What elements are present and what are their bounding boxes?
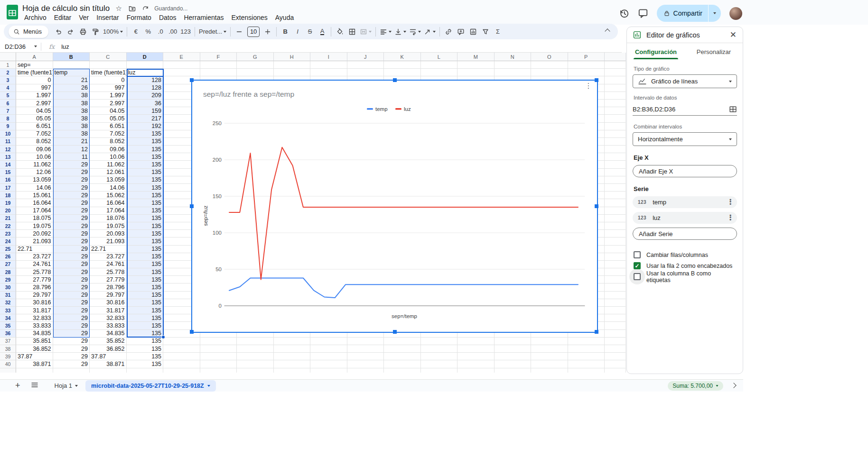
cell-P41[interactable]	[568, 368, 605, 373]
cell-A5[interactable]: 1.997	[16, 92, 53, 100]
fill-color-icon[interactable]	[334, 26, 346, 38]
cell-A30[interactable]: 28.796	[16, 283, 53, 291]
cell-D36[interactable]: 135	[127, 330, 164, 338]
cell-A29[interactable]: 27.779	[16, 276, 53, 283]
row-header-9[interactable]: 9	[0, 123, 16, 130]
sheets-logo-icon[interactable]	[6, 4, 19, 20]
cell-A19[interactable]: 16.064	[16, 199, 53, 207]
cell-B12[interactable]: 12	[53, 146, 90, 153]
cell-C7[interactable]: 04.05	[90, 107, 127, 115]
cell-M38[interactable]	[457, 345, 495, 353]
cell-J40[interactable]	[347, 360, 384, 368]
cell-D24[interactable]: 135	[127, 238, 164, 245]
cell-E37[interactable]	[163, 338, 200, 345]
share-dropdown[interactable]	[708, 5, 721, 22]
cell-P28[interactable]	[605, 268, 626, 276]
cell-P12[interactable]	[605, 146, 626, 153]
cell-P16[interactable]	[605, 176, 626, 184]
cell-P26[interactable]	[605, 253, 626, 261]
cell-P38[interactable]	[568, 345, 605, 353]
cell-P31[interactable]	[605, 292, 626, 299]
insert-comment-icon[interactable]	[455, 26, 467, 38]
row-header-1[interactable]: 1	[0, 61, 16, 69]
cell-E2[interactable]	[163, 69, 200, 76]
cell-A4[interactable]: 997	[16, 84, 53, 92]
cell-D38[interactable]: 135	[127, 345, 164, 353]
menu-editar[interactable]: Editar	[51, 13, 75, 23]
cell-D28[interactable]: 135	[127, 268, 164, 276]
cell-P24[interactable]	[605, 238, 626, 245]
row-header-36[interactable]: 36	[0, 330, 16, 338]
cell-D19[interactable]: 135	[127, 199, 164, 207]
cell-C31[interactable]: 29.797	[90, 292, 127, 299]
cell-I1[interactable]	[310, 61, 347, 69]
cell-C19[interactable]: 16.064	[90, 199, 127, 207]
cell-B20[interactable]: 29	[53, 207, 90, 215]
cell-D18[interactable]: 135	[127, 192, 164, 199]
column-header-E[interactable]: E	[163, 53, 200, 61]
cell-J41[interactable]	[347, 368, 384, 373]
font-select[interactable]: Predet...	[197, 26, 228, 38]
cell-E1[interactable]	[163, 61, 200, 69]
row-header-27[interactable]: 27	[0, 261, 16, 268]
cell-B39[interactable]: 29	[53, 353, 90, 360]
cell-D32[interactable]: 135	[127, 299, 164, 307]
column-header-J[interactable]: J	[347, 53, 384, 61]
cell-B11[interactable]: 21	[53, 138, 90, 146]
cell-B32[interactable]: 29	[53, 299, 90, 307]
cell-E40[interactable]	[163, 360, 200, 368]
currency-format[interactable]: €	[130, 26, 142, 38]
cell-B36[interactable]: 29	[53, 330, 90, 338]
cell-H41[interactable]	[274, 368, 311, 373]
row-header-2[interactable]: 2	[0, 69, 16, 76]
cell-L2[interactable]	[421, 69, 458, 76]
cell-C23[interactable]: 20.093	[90, 230, 127, 238]
menu-archivo[interactable]: Archivo	[21, 13, 50, 23]
column-header-H[interactable]: H	[274, 53, 311, 61]
decrease-decimal[interactable]: .0	[154, 26, 167, 38]
row-header-31[interactable]: 31	[0, 292, 16, 299]
cell-D41[interactable]	[127, 368, 164, 373]
cell-F37[interactable]	[200, 338, 237, 345]
cell-A10[interactable]: 7.052	[16, 130, 53, 138]
cell-O37[interactable]	[531, 338, 568, 345]
cell-H39[interactable]	[274, 353, 311, 360]
cell-P39[interactable]	[605, 353, 626, 360]
menu-insertar[interactable]: Insertar	[93, 13, 122, 23]
cell-P7[interactable]	[605, 107, 626, 115]
cell-D4[interactable]: 128	[127, 84, 164, 92]
cell-L41[interactable]	[421, 368, 458, 373]
undo-icon[interactable]	[52, 26, 65, 38]
cell-D21[interactable]: 135	[127, 215, 164, 222]
cell-D1[interactable]	[127, 61, 164, 69]
add-series-button[interactable]: Añadir Serie	[633, 228, 737, 240]
cell-D22[interactable]: 135	[127, 222, 164, 230]
cell-I40[interactable]	[310, 360, 347, 368]
menu-herramientas[interactable]: Herramientas	[180, 13, 227, 23]
cell-K1[interactable]	[384, 61, 421, 69]
cell-C38[interactable]: 36.852	[90, 345, 127, 353]
cell-A31[interactable]: 29.797	[16, 292, 53, 299]
row-header-29[interactable]: 29	[0, 276, 16, 283]
column-header-C[interactable]: C	[90, 53, 127, 61]
cell-B31[interactable]: 29	[53, 292, 90, 299]
all-sheets-icon[interactable]	[31, 382, 38, 390]
row-header-38[interactable]: 38	[0, 345, 16, 353]
cell-D27[interactable]: 135	[127, 261, 164, 268]
select-range-icon[interactable]	[729, 106, 737, 113]
cell-C27[interactable]: 24.761	[90, 261, 127, 268]
cell-I37[interactable]	[310, 338, 347, 345]
cell-P17[interactable]	[605, 184, 626, 192]
avatar[interactable]	[729, 7, 742, 20]
row-header-25[interactable]: 25	[0, 246, 16, 253]
document-title[interactable]: Hoja de cálculo sin título	[22, 4, 110, 13]
cell-A6[interactable]: 2.997	[16, 100, 53, 107]
cell-N2[interactable]	[495, 69, 532, 76]
cell-A12[interactable]: 09.06	[16, 146, 53, 153]
row-header-26[interactable]: 26	[0, 253, 16, 261]
cell-D14[interactable]: 135	[127, 161, 164, 168]
column-header-I[interactable]: I	[310, 53, 347, 61]
row-header-3[interactable]: 3	[0, 76, 16, 84]
cell-K40[interactable]	[384, 360, 421, 368]
cell-D30[interactable]: 135	[127, 283, 164, 291]
